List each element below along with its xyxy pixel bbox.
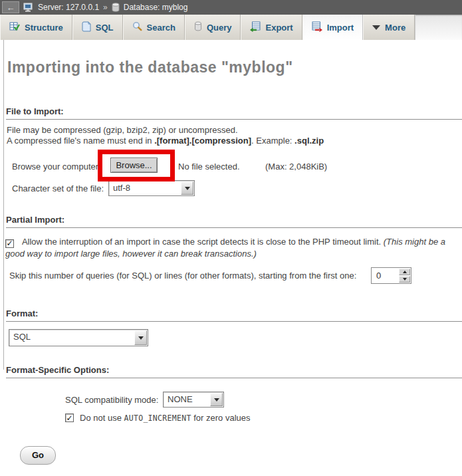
tab-import[interactable]: Import	[302, 15, 363, 40]
chevron-down-icon	[372, 25, 380, 30]
search-icon	[132, 21, 142, 33]
tab-search-label: Search	[147, 23, 175, 33]
section-heading-format-specific: Format-Specific Options:	[6, 365, 462, 378]
tab-query-label: Query	[207, 23, 232, 33]
dropdown-arrow-icon[interactable]	[181, 181, 193, 195]
tab-sql[interactable]: SQL	[72, 15, 123, 40]
sql-compatibility-value: NONE	[164, 392, 209, 407]
dropdown-arrow-icon[interactable]	[134, 330, 147, 345]
query-cylinder-icon	[194, 21, 202, 33]
tab-export-label: Export	[265, 23, 292, 33]
sql-compatibility-label: SQL compatibility mode:	[65, 395, 158, 405]
back-arrow-button[interactable]: ←	[2, 1, 19, 13]
breadcrumb-database-link[interactable]: Database: myblog	[124, 3, 188, 12]
allow-interruption-text: Allow the interruption of an import in c…	[22, 237, 384, 247]
skip-queries-row: Skip this number of queries (for SQL) or…	[9, 267, 356, 284]
tab-import-label: Import	[327, 23, 354, 33]
auto-increment-checkbox[interactable]: ✓	[65, 414, 74, 422]
sql-compatibility-select[interactable]: NONE	[163, 392, 224, 408]
charset-select[interactable]: utf-8	[108, 180, 195, 196]
content-left-border	[3, 40, 4, 370]
section-heading-file-to-import: File to Import:	[6, 106, 462, 120]
tab-search[interactable]: Search	[123, 15, 185, 40]
main-content: Importing into the database "myblog" Fil…	[0, 40, 462, 476]
tab-export[interactable]: Export	[241, 15, 302, 40]
checkmark-icon: ✓	[6, 240, 13, 247]
tab-structure[interactable]: Structure	[0, 15, 72, 40]
phpmyadmin-import-page: ← Server: 127.0.0.1 » Database: myblog	[0, 0, 462, 476]
no-file-selected-text: No file selected.	[178, 162, 240, 172]
allow-interruption-checkbox[interactable]: ✓	[5, 239, 14, 248]
spinner-down-button[interactable]	[399, 276, 410, 283]
tab-sql-label: SQL	[96, 23, 114, 33]
sql-page-icon	[82, 21, 91, 34]
section-heading-format: Format:	[6, 308, 462, 322]
breadcrumb-bar: ← Server: 127.0.0.1 » Database: myblog	[0, 0, 462, 15]
format-select-value: SQL	[9, 330, 134, 346]
export-table-icon	[250, 21, 261, 34]
breadcrumb-server-link[interactable]: Server: 127.0.0.1	[38, 3, 99, 12]
tab-structure-label: Structure	[25, 23, 63, 33]
skip-queries-value: 0	[372, 268, 398, 283]
auto-increment-text: Do not use AUTO_INCREMENT for zero value…	[80, 413, 251, 423]
skip-queries-label: Skip this number of queries (for SQL) or…	[9, 271, 356, 281]
max-size-text: (Max: 2,048KiB)	[265, 162, 327, 172]
checkmark-icon: ✓	[66, 415, 72, 421]
charset-label: Character set of the file:	[12, 183, 104, 193]
dropdown-arrow-icon[interactable]	[210, 393, 223, 406]
charset-select-value: utf-8	[109, 181, 180, 195]
page-title: Importing into the database "myblog"	[7, 59, 293, 76]
structure-table-icon	[9, 21, 20, 34]
back-arrow-icon: ←	[7, 3, 15, 13]
server-icon	[23, 3, 34, 12]
import-table-icon	[312, 21, 322, 34]
spinner-up-icon	[403, 271, 407, 273]
compression-note: File may be compressed (gzip, bzip2, zip…	[7, 125, 324, 146]
tab-bar: Structure SQL Search	[0, 15, 462, 40]
auto-increment-row: ✓ Do not use AUTO_INCREMENT for zero val…	[65, 413, 251, 423]
compression-note-line2: A compressed file's name must end in .[f…	[7, 136, 324, 146]
allow-interruption-row: ✓ Allow the interruption of an import in…	[5, 236, 456, 259]
sql-compatibility-row: SQL compatibility mode:	[65, 392, 158, 408]
format-select[interactable]: SQL	[9, 329, 148, 346]
skip-queries-input[interactable]: 0	[371, 267, 411, 284]
tab-query[interactable]: Query	[185, 15, 241, 40]
breadcrumb-separator: »	[103, 3, 108, 12]
go-button[interactable]: Go	[20, 446, 56, 465]
browse-computer-label: Browse your computer:	[12, 162, 101, 172]
tab-more[interactable]: More	[363, 15, 415, 40]
spinner-up-button[interactable]	[399, 269, 410, 275]
spinner-down-icon	[403, 278, 407, 281]
tab-bar-filler	[415, 15, 462, 40]
section-heading-partial-import: Partial Import:	[6, 215, 462, 228]
tab-more-label: More	[385, 23, 405, 33]
compression-note-line1: File may be compressed (gzip, bzip2, zip…	[7, 125, 324, 136]
browse-button[interactable]: Browse...	[110, 158, 158, 173]
database-icon	[112, 3, 120, 12]
